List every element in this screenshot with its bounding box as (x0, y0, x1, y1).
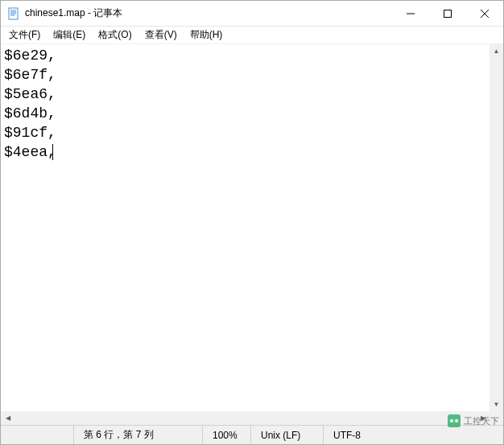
titlebar: chinese1.map - 记事本 (1, 1, 503, 27)
vertical-scroll-track[interactable] (490, 58, 503, 398)
scroll-left-icon[interactable]: ◀ (1, 411, 14, 425)
status-lineending: Unix (LF) (250, 426, 323, 444)
scroll-corner (490, 411, 503, 425)
close-button[interactable] (466, 1, 503, 26)
maximize-button[interactable] (429, 1, 466, 26)
status-encoding: UTF-8 (323, 426, 387, 444)
horizontal-scrollbar[interactable]: ◀ ▶ (1, 411, 503, 425)
scroll-right-icon[interactable]: ▶ (476, 411, 490, 425)
statusbar: 第 6 行，第 7 列 100% Unix (LF) UTF-8 (1, 425, 503, 444)
window-controls (392, 1, 503, 26)
menu-edit[interactable]: 编辑(E) (47, 27, 92, 43)
editor-wrap: $6e29, $6e7f, $5ea6, $6d4b, $91cf, $4eea… (1, 44, 503, 411)
app-icon (7, 7, 20, 20)
menubar: 文件(F) 编辑(E) 格式(O) 查看(V) 帮助(H) (1, 27, 503, 44)
window-title: chinese1.map - 记事本 (25, 6, 392, 20)
menu-help[interactable]: 帮助(H) (184, 27, 229, 43)
status-zoom: 100% (202, 426, 250, 444)
text-editor[interactable]: $6e29, $6e7f, $5ea6, $6d4b, $91cf, $4eea… (1, 44, 490, 411)
status-position: 第 6 行，第 7 列 (73, 426, 202, 444)
menu-file[interactable]: 文件(F) (2, 27, 47, 43)
vertical-scrollbar[interactable]: ▲ ▼ (490, 44, 503, 411)
scroll-down-icon[interactable]: ▼ (490, 398, 503, 411)
minimize-button[interactable] (392, 1, 429, 26)
scroll-up-icon[interactable]: ▲ (490, 44, 503, 58)
menu-view[interactable]: 查看(V) (138, 27, 184, 43)
svg-rect-6 (444, 10, 452, 17)
menu-format[interactable]: 格式(O) (92, 27, 138, 43)
horizontal-scroll-track[interactable] (14, 411, 476, 425)
